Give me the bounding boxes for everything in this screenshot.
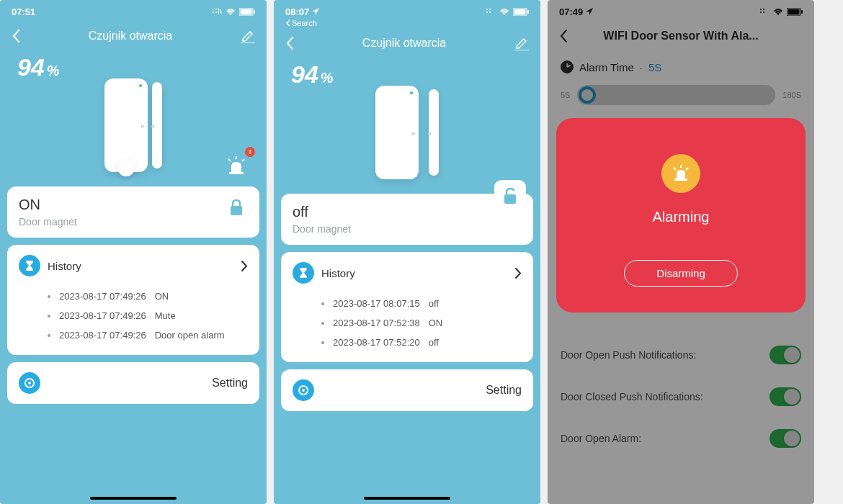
- unlock-button[interactable]: [494, 180, 526, 212]
- door-subtitle: Door magnet: [293, 223, 522, 235]
- pencil-icon: [241, 29, 255, 43]
- alarm-time-slider[interactable]: [577, 85, 775, 105]
- slider-thumb[interactable]: [579, 86, 596, 104]
- history-row: 2023-08-17 07:52:20off: [321, 333, 522, 352]
- alert-badge: !: [245, 147, 255, 157]
- svg-point-16: [486, 9, 488, 10]
- sensor-main-body: ▸: [375, 86, 419, 179]
- screen-alarm-settings: 07:49 WIFI Door Sensor With Ala... Alarm…: [548, 0, 814, 504]
- history-title: History: [321, 267, 355, 279]
- svg-line-35: [686, 168, 688, 170]
- alarming-title: Alarming: [653, 209, 710, 225]
- page-title: Czujnik otwarcia: [362, 37, 446, 50]
- svg-point-28: [760, 12, 762, 13]
- alarm-button[interactable]: !: [222, 151, 251, 180]
- svg-line-34: [674, 168, 676, 170]
- svg-point-18: [486, 12, 488, 13]
- chevron-left-icon: [12, 29, 20, 43]
- pencil-icon: [514, 36, 529, 50]
- svg-line-12: [242, 159, 244, 161]
- page-title: WIFI Door Sensor With Ala...: [603, 30, 758, 42]
- svg-rect-32: [801, 10, 803, 14]
- toggle-label: Door Open Push Notifications:: [561, 349, 696, 361]
- setting-label: Setting: [212, 377, 248, 390]
- history-row: 2023-08-17 07:49:26Door open alarm: [48, 325, 248, 345]
- battery-icon: [239, 8, 255, 16]
- svg-point-3: [215, 12, 217, 13]
- toggle-switch[interactable]: [770, 387, 801, 406]
- siren-icon: [670, 164, 692, 183]
- svg-rect-4: [218, 8, 219, 14]
- alarm-time-row: Alarm Time · 5S: [548, 49, 814, 78]
- status-indicators: [486, 8, 529, 16]
- setting-card[interactable]: Setting: [281, 369, 533, 411]
- side-actions: [494, 180, 526, 212]
- nav-bar: Czujnik otwarcia: [274, 30, 540, 56]
- edit-button[interactable]: [514, 36, 529, 50]
- chevron-right-icon: [241, 261, 248, 271]
- svg-rect-21: [514, 9, 526, 14]
- history-card[interactable]: History 2023-08-17 07:49:26ON 2023-08-17…: [7, 245, 259, 355]
- svg-point-15: [28, 382, 31, 384]
- disarm-button[interactable]: Disarming: [624, 260, 738, 287]
- svg-point-25: [302, 389, 305, 392]
- toggle-switch[interactable]: [770, 429, 801, 448]
- hourglass-icon: [293, 262, 314, 284]
- setting-card[interactable]: Setting: [7, 362, 259, 404]
- svg-point-0: [213, 9, 214, 10]
- home-indicator[interactable]: [364, 497, 450, 500]
- toggle-switch[interactable]: [770, 346, 801, 364]
- sensor-illustration: ▸ ◂: [274, 86, 540, 179]
- history-row: 2023-08-17 07:52:38ON: [321, 313, 522, 333]
- chevron-left-icon: [559, 29, 568, 43]
- status-indicators: [759, 8, 803, 16]
- nav-bar: Czujnik otwarcia: [0, 23, 267, 49]
- sensor-main-body: ▸: [104, 78, 148, 172]
- history-row: 2023-08-17 07:49:26Mute: [48, 306, 248, 325]
- wifi-icon: [772, 8, 784, 16]
- svg-point-26: [760, 9, 762, 10]
- home-indicator[interactable]: [90, 497, 177, 500]
- back-search-label: Search: [292, 19, 317, 27]
- percent-symbol: %: [47, 63, 60, 79]
- history-title: History: [48, 260, 81, 272]
- dimmed-background: 07:49 WIFI Door Sensor With Ala... Alarm…: [548, 0, 814, 118]
- alarming-modal: Alarming Disarming: [556, 118, 806, 312]
- history-header: History: [19, 255, 248, 276]
- history-header: History: [293, 262, 522, 284]
- back-button[interactable]: [285, 36, 294, 50]
- setting-label: Setting: [486, 384, 522, 397]
- edit-button[interactable]: [241, 29, 255, 43]
- slider-min-label: 5S: [561, 91, 570, 99]
- alarm-time-slider-row: 5S 180S: [548, 78, 814, 118]
- dual-sim-icon: [212, 8, 222, 15]
- back-button[interactable]: [12, 29, 20, 43]
- lock-open-icon: [502, 187, 518, 204]
- history-row: 2023-08-17 08:07:15off: [321, 294, 522, 313]
- svg-point-2: [213, 12, 214, 13]
- door-state: ON: [19, 197, 248, 213]
- history-card[interactable]: History 2023-08-17 08:07:15off 2023-08-1…: [281, 252, 533, 362]
- battery-value: 94: [291, 60, 318, 89]
- toggle-row-door-closed-push: Door Closed Push Notifications:: [548, 376, 814, 418]
- arrow-left-icon: ◂: [151, 122, 154, 130]
- screen-sensor-on: 07:51 Czujnik otwarcia 94% ▸ ◂ !: [0, 0, 267, 504]
- screen-sensor-off: 08:07 Search Czujnik otwarcia 94% ▸ ◂: [274, 0, 540, 504]
- chevron-left-icon: [285, 36, 294, 50]
- status-time: 08:07: [285, 6, 319, 17]
- battery-icon: [513, 8, 529, 16]
- svg-rect-31: [788, 9, 800, 14]
- svg-rect-5: [220, 9, 220, 14]
- back-button[interactable]: [559, 29, 568, 43]
- alarm-time-value: 5S: [648, 61, 661, 73]
- lock-button[interactable]: [220, 192, 252, 223]
- slider-max-label: 180S: [782, 91, 801, 99]
- alarm-time-label: Alarm Time: [579, 61, 634, 73]
- back-to-search[interactable]: Search: [274, 19, 540, 27]
- battery-icon: [787, 8, 803, 16]
- hourglass-icon: [19, 255, 40, 276]
- side-actions: !: [220, 151, 252, 223]
- svg-rect-22: [527, 10, 529, 14]
- status-time: 07:51: [12, 6, 35, 17]
- arrow-right-icon: ▸: [141, 122, 145, 130]
